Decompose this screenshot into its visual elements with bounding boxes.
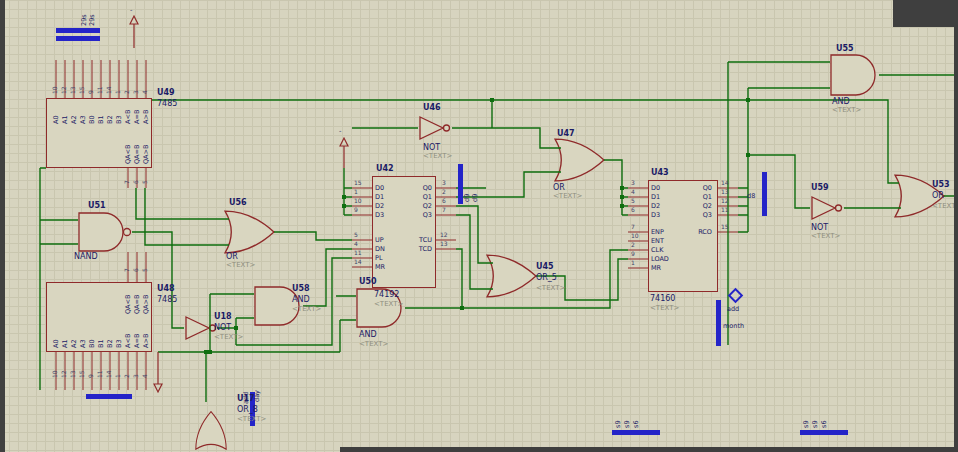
text-placeholder-u46: <TEXT>: [423, 152, 452, 160]
type-label-u56: OR: [226, 252, 238, 261]
pin-name: Q1: [404, 193, 432, 201]
pin-number: 11: [354, 249, 362, 256]
pin-name: QA<B: [124, 295, 132, 314]
gate-u46-not[interactable]: [418, 114, 454, 142]
terminal-bar[interactable]: [612, 430, 660, 435]
type-label-u51: NAND: [74, 252, 98, 261]
pin-name: QA=B: [133, 145, 141, 164]
net-label-month: month: [723, 322, 744, 330]
pin-name: PL: [375, 254, 383, 262]
pin-name: A0: [52, 339, 60, 348]
ref-label-u56: U56: [229, 198, 247, 207]
pin-name: D0: [375, 184, 384, 192]
pin-name: B1: [97, 115, 105, 124]
type-label-u58: AND: [292, 295, 310, 304]
text-placeholder-u17: <TEXT>: [237, 415, 266, 423]
net-label: s9: [614, 420, 622, 428]
pin-number: 7: [631, 223, 635, 230]
pin-name: A=B: [133, 334, 141, 348]
pin-number: 3: [132, 90, 140, 94]
gate-u56-or[interactable]: [224, 210, 276, 254]
text-placeholder-u18: <TEXT>: [214, 333, 243, 341]
power-minus-label: -: [339, 127, 341, 135]
pin-name: ENP: [651, 228, 664, 236]
pin-name: B2: [106, 339, 114, 348]
pin-number: 15: [78, 370, 86, 378]
schematic-canvas: U49 7485 10 12 13 15 9 11 14 1 2 3 4 A0 …: [0, 0, 958, 452]
pin-name: A3: [79, 339, 87, 348]
pin-name: A2: [70, 339, 78, 348]
pin-number: 9: [354, 206, 358, 213]
pin-name: B3: [115, 115, 123, 124]
pin-number: 7: [442, 206, 446, 213]
ref-label-u55: U55: [836, 44, 854, 53]
gate-u17-or[interactable]: [186, 400, 226, 450]
type-label-u50: AND: [359, 330, 377, 339]
pin-name: TCU: [404, 236, 432, 244]
pin-number: 4: [141, 90, 149, 94]
pin-number: 12: [721, 197, 729, 204]
pin-name: B0: [88, 115, 96, 124]
terminal-diamond[interactable]: [728, 288, 744, 304]
terminal-bar[interactable]: [800, 430, 848, 435]
ref-label-u45: U45: [536, 262, 554, 271]
pin-name: A>B: [142, 110, 150, 124]
terminal-bar[interactable]: [716, 300, 721, 346]
pin-number: 11: [96, 370, 104, 378]
pin-number: 6: [132, 180, 140, 184]
pin-name: Q3: [684, 211, 712, 219]
net-label: 29s: [88, 14, 96, 26]
terminal-bar[interactable]: [86, 394, 132, 399]
pin-name: Q1: [684, 193, 712, 201]
text-placeholder-u42: <TEXT>: [374, 300, 403, 308]
pin-name: CLK: [651, 246, 663, 254]
pin-name: Q0: [404, 184, 432, 192]
pin-number: 5: [631, 197, 635, 204]
pin-name: D1: [651, 193, 660, 201]
pin-number: 15: [354, 179, 362, 186]
pin-name: B3: [115, 339, 123, 348]
terminal-bar[interactable]: [56, 28, 100, 33]
gate-u59-not[interactable]: [810, 194, 846, 222]
terminal-bar[interactable]: [56, 36, 100, 41]
net-label: d9: [463, 194, 471, 202]
gate-u45-or[interactable]: [486, 254, 538, 298]
terminal-bar[interactable]: [762, 172, 767, 216]
pin-number: 4: [354, 240, 358, 247]
pin-number: 1: [631, 259, 635, 266]
pin-name: QA=B: [133, 295, 141, 314]
pin-name: RCO: [684, 228, 712, 236]
pin-number: 13: [440, 240, 448, 247]
net-label-day: day: [253, 390, 261, 402]
ref-label-u42: U42: [376, 164, 394, 173]
gate-u55-and[interactable]: [830, 54, 880, 96]
pin-number: 12: [60, 370, 68, 378]
pin-number: 14: [354, 258, 362, 265]
net-label-add: add: [727, 305, 739, 313]
pin-number: 3: [132, 374, 140, 378]
pin-number: 3: [442, 179, 446, 186]
ref-label-u18: U18: [214, 312, 232, 321]
pin-name: TCD: [404, 245, 432, 253]
pin-number: 3: [631, 179, 635, 186]
pin-name: D2: [375, 202, 384, 210]
value-label-u48: 7485: [157, 295, 177, 304]
gate-u47-or[interactable]: [554, 138, 606, 182]
power-minus-label: -: [130, 6, 132, 14]
pin-name: B2: [106, 115, 114, 124]
type-label-u59: NOT: [811, 223, 828, 232]
pin-number: 13: [721, 188, 729, 195]
pin-name: D2: [651, 202, 660, 210]
pin-name: B0: [88, 339, 96, 348]
gate-u51-nand[interactable]: [78, 212, 136, 252]
ref-label-u48: U48: [157, 284, 175, 293]
net-label: s6: [632, 420, 640, 428]
pin-number: 10: [51, 86, 59, 94]
pin-number: 6: [631, 206, 635, 213]
pin-name: A1: [61, 339, 69, 348]
ref-label-u53: U53: [932, 180, 950, 189]
pin-name: LOAD: [651, 255, 669, 263]
type-label-u55: AND: [832, 97, 850, 106]
type-label-u46: NOT: [423, 143, 440, 152]
pin-number: 14: [721, 179, 729, 186]
